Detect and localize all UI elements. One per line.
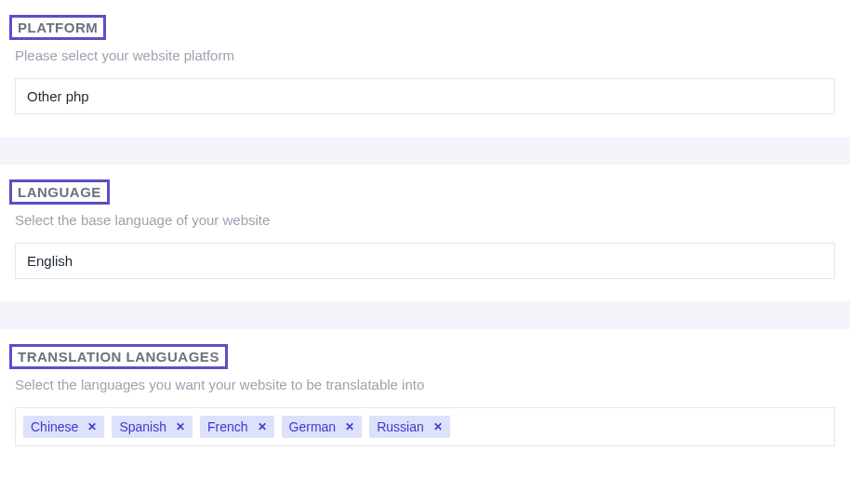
language-description: Select the base language of your website: [15, 212, 835, 228]
platform-section: PLATFORM Please select your website plat…: [0, 0, 850, 137]
language-title: LANGUAGE: [9, 179, 110, 205]
close-icon[interactable]: ✕: [345, 421, 354, 432]
tag-label: Russian: [377, 419, 424, 434]
platform-title: PLATFORM: [9, 15, 106, 40]
tag-label: Chinese: [31, 419, 78, 434]
translation-languages-description: Select the languages you want your websi…: [15, 377, 835, 392]
platform-description: Please select your website platform: [15, 47, 835, 63]
tag-label: Spanish: [119, 419, 166, 434]
close-icon[interactable]: ✕: [258, 421, 267, 432]
language-section: LANGUAGE Select the base language of you…: [0, 165, 850, 301]
tag-label: German: [289, 419, 337, 434]
language-tag: Russian ✕: [369, 416, 450, 438]
language-tag: Chinese ✕: [23, 416, 104, 438]
section-divider: [0, 301, 850, 329]
platform-select[interactable]: Other php: [15, 78, 835, 114]
close-icon[interactable]: ✕: [176, 421, 185, 432]
translation-languages-title: TRANSLATION LANGUAGES: [9, 344, 228, 369]
language-tag: Spanish ✕: [112, 416, 193, 438]
language-selected-value: English: [27, 253, 73, 269]
translation-languages-input[interactable]: Chinese ✕ Spanish ✕ French ✕ German ✕ Ru…: [15, 407, 835, 446]
language-select[interactable]: English: [15, 243, 835, 279]
close-icon[interactable]: ✕: [87, 421, 97, 432]
tag-label: French: [207, 419, 248, 434]
language-tag: German ✕: [282, 416, 363, 438]
platform-selected-value: Other php: [27, 88, 89, 104]
translation-languages-section: TRANSLATION LANGUAGES Select the languag…: [0, 329, 850, 469]
language-tag: French ✕: [200, 416, 274, 438]
close-icon[interactable]: ✕: [433, 421, 443, 432]
section-divider: [0, 137, 850, 165]
